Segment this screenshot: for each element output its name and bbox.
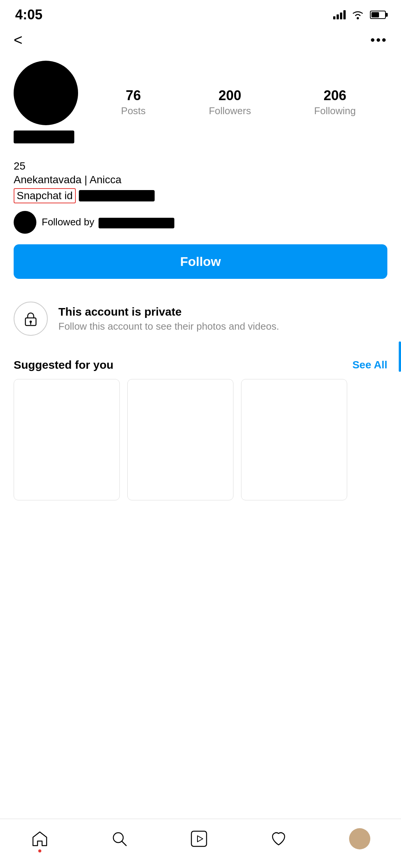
back-button[interactable]: < (14, 32, 22, 47)
posts-stat[interactable]: 76 Posts (121, 88, 146, 117)
nav-activity[interactable] (269, 830, 288, 848)
suggested-header: Suggested for you See All (14, 359, 387, 371)
followed-by-avatar (14, 211, 36, 234)
svg-line-5 (122, 841, 126, 846)
follow-button[interactable]: Follow (14, 244, 387, 279)
lock-icon (22, 310, 39, 327)
battery-icon (370, 11, 386, 19)
username-redacted (14, 131, 74, 143)
followed-by-text: Followed by (42, 216, 174, 228)
suggested-title: Suggested for you (14, 359, 113, 371)
scroll-indicator (399, 341, 401, 372)
profile-top: 76 Posts 200 Followers 206 Following (14, 61, 387, 143)
private-title: This account is private (58, 305, 279, 318)
avatar (14, 61, 78, 125)
following-stat[interactable]: 206 Following (314, 88, 356, 117)
nav-reels[interactable] (190, 830, 208, 848)
suggested-card-1[interactable] (14, 379, 120, 500)
bottom-nav (0, 819, 401, 868)
followers-stat[interactable]: 200 Followers (209, 88, 251, 117)
home-dot (38, 849, 41, 852)
lock-circle (14, 302, 48, 336)
private-subtitle: Follow this account to see their photos … (58, 321, 279, 332)
followed-by: Followed by (0, 211, 401, 234)
nav-home[interactable] (31, 830, 49, 848)
followed-by-prefix: Followed by (42, 216, 94, 228)
status-bar: 4:05 (0, 0, 401, 27)
bio-line: Anekantavada | Anicca (14, 174, 387, 186)
bio-snapchat: Snapchat id (14, 188, 387, 203)
nav-avatar (349, 828, 370, 849)
stats-container: 76 Posts 200 Followers 206 Following (89, 88, 387, 117)
reels-icon (190, 830, 208, 848)
followers-count: 200 (219, 88, 241, 104)
bio-section: 25 Anekantavada | Anicca Snapchat id (0, 160, 401, 203)
posts-label: Posts (121, 105, 146, 117)
more-button[interactable]: ••• (370, 33, 387, 47)
signal-icon (333, 10, 346, 19)
suggested-cards (14, 379, 387, 500)
followed-by-name-redacted (99, 218, 174, 228)
followers-label: Followers (209, 105, 251, 117)
follow-button-wrapper: Follow (0, 244, 401, 279)
profile-section: 76 Posts 200 Followers 206 Following (0, 53, 401, 160)
suggested-section: Suggested for you See All (0, 359, 401, 500)
nav-header: < ••• (0, 27, 401, 53)
private-account-section: This account is private Follow this acco… (0, 294, 401, 343)
following-label: Following (314, 105, 356, 117)
status-time: 4:05 (15, 7, 42, 23)
nav-profile[interactable] (349, 828, 370, 849)
avatar-wrapper (14, 61, 78, 143)
see-all-button[interactable]: See All (352, 359, 387, 371)
status-icons (333, 9, 386, 20)
snapchat-id-redacted (79, 190, 155, 201)
svg-rect-6 (191, 831, 207, 846)
snapchat-label: Snapchat id (14, 188, 76, 203)
posts-count: 76 (126, 88, 141, 104)
svg-point-0 (357, 17, 359, 19)
suggested-card-2[interactable] (127, 379, 233, 500)
search-icon (110, 830, 128, 848)
suggested-card-3[interactable] (241, 379, 347, 500)
wifi-icon (351, 9, 365, 20)
following-count: 206 (324, 88, 346, 104)
home-icon (31, 830, 49, 848)
private-text-block: This account is private Follow this acco… (58, 305, 279, 332)
bio-age: 25 (14, 160, 387, 172)
svg-marker-7 (197, 836, 203, 842)
nav-search[interactable] (110, 830, 128, 848)
heart-icon (269, 830, 288, 848)
